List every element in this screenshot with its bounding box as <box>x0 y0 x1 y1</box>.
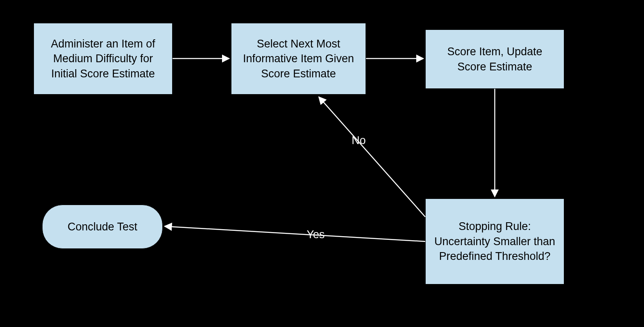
node-conclude-label: Conclude Test <box>67 219 137 234</box>
node-select: Select Next Most Informative Item Given … <box>231 23 366 95</box>
node-select-label: Select Next Most Informative Item Given … <box>239 36 358 81</box>
node-score-label: Score Item, Update Score Estimate <box>433 44 556 74</box>
node-stop: Stopping Rule: Uncertainty Smaller than … <box>425 198 564 284</box>
node-start: Administer an Item of Medium Difficulty … <box>34 23 173 95</box>
arrow-stop-to-conclude <box>165 226 425 241</box>
node-start-label: Administer an Item of Medium Difficulty … <box>41 36 165 81</box>
node-score: Score Item, Update Score Estimate <box>425 29 564 89</box>
edge-yes-label: Yes <box>307 228 325 241</box>
arrow-stop-to-select <box>319 97 425 217</box>
node-conclude: Conclude Test <box>42 205 163 249</box>
edge-no-label: No <box>352 134 366 147</box>
node-stop-label: Stopping Rule: Uncertainty Smaller than … <box>433 219 556 264</box>
